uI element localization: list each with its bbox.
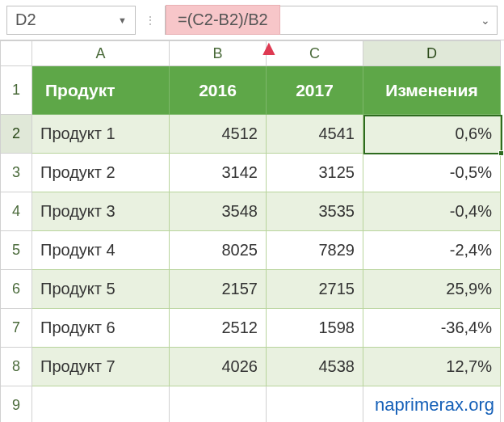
cell-product[interactable]: Продукт 3 (32, 192, 170, 231)
cell-2017[interactable]: 3535 (267, 192, 363, 231)
row-header[interactable]: 6 (0, 270, 32, 309)
cell-2017[interactable]: 1598 (267, 309, 363, 348)
cell-product[interactable]: Продукт 7 (32, 348, 170, 386)
cell-product[interactable]: Продукт 2 (32, 154, 170, 192)
cell-2016[interactable]: 4026 (170, 348, 267, 386)
cell-product[interactable]: Продукт 5 (32, 270, 170, 309)
column-header-B[interactable]: B (170, 40, 267, 66)
column-header-D[interactable]: D (363, 40, 501, 66)
name-box-value: D2 (15, 11, 36, 29)
row-header-1[interactable]: 1 (0, 66, 32, 115)
column-header-row: A B C D (0, 40, 504, 66)
cell-change[interactable]: -0,5% (363, 154, 501, 192)
cell-change[interactable]: 0,6% (363, 115, 501, 154)
cell-2017[interactable]: 7829 (267, 231, 363, 270)
cell-2016[interactable]: 4512 (170, 115, 267, 154)
header-cell-product[interactable]: Продукт (32, 66, 170, 115)
formula-text: =(C2-B2)/B2 (166, 5, 280, 35)
table-row: 7 Продукт 6 2512 1598 -36,4% (0, 309, 504, 348)
cell-change[interactable]: 25,9% (363, 270, 501, 309)
table-row: 8 Продукт 7 4026 4538 12,7% (0, 348, 504, 386)
row-header[interactable]: 4 (0, 192, 32, 231)
row-header[interactable]: 5 (0, 231, 32, 270)
header-cell-changes[interactable]: Изменения (363, 66, 501, 115)
empty-cell[interactable] (267, 386, 363, 422)
formula-input[interactable]: =(C2-B2)/B2 ⌄ (165, 6, 498, 35)
table-header-row: 1 Продукт 2016 2017 Изменения (0, 66, 504, 115)
cell-2017[interactable]: 3125 (267, 154, 363, 192)
table-row: 6 Продукт 5 2157 2715 25,9% (0, 270, 504, 309)
row-header[interactable]: 2 (0, 115, 32, 154)
watermark-text: naprimerax.org (375, 395, 494, 416)
cell-2017[interactable]: 4538 (267, 348, 363, 386)
table-row: 3 Продукт 2 3142 3125 -0,5% (0, 154, 504, 192)
row-header[interactable]: 8 (0, 348, 32, 386)
formula-separator-icon: ⋮ (142, 14, 158, 27)
formula-bar: D2 ▼ ⋮ =(C2-B2)/B2 ⌄ (0, 0, 504, 40)
cell-product[interactable]: Продукт 6 (32, 309, 170, 348)
cell-change[interactable]: -2,4% (363, 231, 501, 270)
empty-cell[interactable] (170, 386, 267, 422)
cell-change[interactable]: -0,4% (363, 192, 501, 231)
formula-expand-icon[interactable]: ⌄ (481, 14, 490, 27)
spreadsheet-grid: A B C D 1 Продукт 2016 2017 Изменения 2 … (0, 40, 504, 422)
annotation-arrow-icon: ▲ (258, 36, 279, 61)
cell-2016[interactable]: 3142 (170, 154, 267, 192)
name-box[interactable]: D2 ▼ (6, 6, 136, 35)
select-all-corner[interactable] (0, 40, 32, 66)
table-row: 4 Продукт 3 3548 3535 -0,4% (0, 192, 504, 231)
cell-change[interactable]: -36,4% (363, 309, 501, 348)
column-header-C[interactable]: C (267, 40, 363, 66)
row-header[interactable]: 3 (0, 154, 32, 192)
row-header[interactable]: 7 (0, 309, 32, 348)
column-header-A[interactable]: A (32, 40, 170, 66)
cell-2016[interactable]: 2157 (170, 270, 267, 309)
header-cell-2016[interactable]: 2016 (170, 66, 267, 115)
cell-product[interactable]: Продукт 4 (32, 231, 170, 270)
cell-2016[interactable]: 8025 (170, 231, 267, 270)
cell-2017[interactable]: 4541 (267, 115, 363, 154)
cell-2016[interactable]: 3548 (170, 192, 267, 231)
empty-cell[interactable] (32, 386, 170, 422)
cell-change[interactable]: 12,7% (363, 348, 501, 386)
table-row: 5 Продукт 4 8025 7829 -2,4% (0, 231, 504, 270)
cell-product[interactable]: Продукт 1 (32, 115, 170, 154)
header-cell-2017[interactable]: 2017 (267, 66, 363, 115)
table-row: 2 Продукт 1 4512 4541 0,6% (0, 115, 504, 154)
name-box-dropdown-icon[interactable]: ▼ (118, 15, 127, 25)
row-header[interactable]: 9 (0, 386, 32, 422)
cell-2016[interactable]: 2512 (170, 309, 267, 348)
cell-2017[interactable]: 2715 (267, 270, 363, 309)
